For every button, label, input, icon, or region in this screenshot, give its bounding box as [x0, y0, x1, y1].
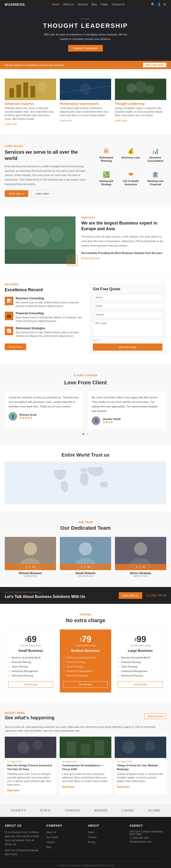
news-grid: 25 August 2019 How Our Design Process Ev… — [5, 737, 166, 794]
ticker-text: We are experts in consulting services an… — [5, 64, 64, 66]
about-section: SERVICES We are the largest Business exp… — [0, 207, 171, 273]
news-read-2[interactable]: Read more — [117, 785, 130, 788]
news-section: RECENT NEWS See what's happening View al… — [0, 702, 171, 804]
ticker-bar: We are experts in consulting services an… — [0, 61, 171, 69]
footer: ABOUT US Et non hendrerit enim, in effic… — [0, 817, 171, 868]
saving-icon: 💹 — [97, 171, 116, 178]
decorative-dots — [67, 255, 78, 267]
team-photo-1: f t in — [60, 537, 111, 570]
nav-blog[interactable]: Blog — [92, 3, 97, 6]
about-content: SERVICES We are the largest Business exp… — [81, 216, 166, 260]
plan-btn-2[interactable]: Get this plan — [118, 681, 163, 688]
linkedin-icon-0[interactable]: in — [33, 565, 35, 569]
footer-link-home[interactable]: Home — [88, 831, 94, 834]
hero-cta-button[interactable]: Request Consultation — [68, 45, 103, 52]
nav-home[interactable]: Home — [52, 3, 59, 6]
facebook-icon-2[interactable]: f — [136, 565, 137, 569]
footer-link-pricing[interactable]: Pricing — [88, 841, 95, 843]
testimonial-stars-1: ★★★★ — [103, 421, 121, 424]
health-icon: ❤ — [122, 171, 140, 178]
twitter-icon-1[interactable]: t — [84, 565, 85, 569]
quote-email-input[interactable] — [93, 303, 163, 309]
svg-rect-3 — [24, 83, 28, 98]
news-body-0: 25 August 2019 How Our Design Process Ev… — [5, 758, 56, 794]
news-read-1[interactable]: Read more — [62, 785, 74, 788]
send-message-button[interactable]: Send Message — [93, 343, 163, 351]
user-icon[interactable]: 👤 — [157, 3, 161, 6]
footer-link-careers[interactable]: Careers — [46, 841, 55, 843]
nav-pages[interactable]: Pages — [100, 3, 108, 6]
cta-work-button[interactable]: Work With Us — [119, 592, 142, 599]
read-more-button[interactable]: Read more — [5, 343, 26, 350]
team-member-0: f t in Richard Branson MARKETING — [5, 537, 56, 578]
nav-about[interactable]: About Us — [63, 3, 74, 6]
copyright-text: © 2019 Your Company. Designway WordPress… — [57, 864, 114, 867]
about-tag: SERVICES — [81, 216, 166, 219]
search-icon[interactable]: 🔍 — [151, 3, 155, 6]
testimonials-section: CLIENT & PRAISE Love From Client I loved… — [0, 364, 171, 445]
nav-services[interactable]: Services — [78, 3, 88, 6]
ticker-quote-button[interactable]: Edit a free quote — [143, 63, 166, 67]
footer-link-people[interactable]: Our People — [46, 836, 59, 839]
price-num-1: 79 — [82, 634, 91, 644]
nav-contact[interactable]: Contact Us — [112, 3, 125, 6]
svg-point-5 — [37, 83, 46, 92]
news-date-1: 25 August 2019 — [62, 761, 109, 763]
quote-name-input[interactable] — [93, 294, 163, 301]
services-work-button[interactable]: Work with us — [5, 190, 28, 197]
plan-feature-1-2: Taxes Planning — [63, 664, 108, 669]
svg-point-41 — [145, 741, 155, 751]
partners-list: CHARITY EYE'S CONCUN BRIDGE LISION GLOBE — [5, 809, 166, 812]
plan-feature-0-3: Investment Management — [8, 669, 53, 674]
team-photo-0: f t in — [5, 537, 56, 570]
feature-learn-1[interactable]: Learn more — [60, 119, 72, 122]
news-read-0[interactable]: Read more — [7, 789, 20, 792]
facebook-icon-1[interactable]: f — [81, 565, 82, 569]
testimonials-title: Love From Client — [5, 380, 166, 386]
linkedin-icon-2[interactable]: in — [143, 565, 145, 569]
twitter-icon-0[interactable]: t — [29, 565, 30, 569]
about-subtext: Successfully Providing the Best Business… — [81, 252, 166, 254]
menu-icon[interactable]: ☰ — [163, 3, 166, 6]
news-card-0: 25 August 2019 How Our Design Process Ev… — [5, 737, 56, 794]
news-image-2 — [115, 737, 166, 758]
testimonial-info-0: Richard Scott ★★★★★ — [20, 413, 37, 420]
dot-active[interactable] — [82, 433, 84, 435]
plan-name-0: Small Business — [8, 649, 53, 653]
view-all-posts[interactable]: View all posts — [144, 713, 166, 719]
news-body-2: 25 August 2019 Things to Know for Your W… — [115, 758, 166, 791]
feature-learn-2[interactable]: Learn more — [115, 119, 127, 122]
plan-feature-0-1: Financial Planning — [8, 660, 53, 664]
footer-link-courses[interactable]: Courses — [88, 836, 97, 839]
plan-btn-0[interactable]: Get this plan — [8, 681, 53, 688]
service-name-5: Banking and Financial — [146, 179, 165, 186]
quote-message-input[interactable] — [93, 320, 163, 336]
svg-rect-37 — [81, 744, 90, 755]
brand-dot: . — [25, 3, 26, 6]
facebook-icon-0[interactable]: f — [26, 565, 27, 569]
carousel-dots — [5, 432, 166, 436]
quote-subject-input[interactable] — [93, 311, 163, 318]
world-map — [5, 462, 166, 504]
twitter-icon-2[interactable]: t — [139, 565, 140, 569]
footer-contact-email: hello@company.com — [130, 840, 166, 843]
footer-link-about[interactable]: About Us — [46, 831, 56, 834]
testimonial-name-0: Richard Scott — [20, 413, 37, 416]
record-icon-2: 📈 — [5, 327, 13, 335]
linkedin-icon-1[interactable]: in — [88, 565, 90, 569]
price-num-2: 99 — [137, 634, 146, 644]
about-link[interactable]: Know more info — [81, 257, 99, 260]
testimonials-tag: CLIENT & PRAISE — [5, 373, 166, 378]
footer-link-blog[interactable]: Blog — [46, 846, 51, 848]
service-saving: 💹 Saving and Strategy — [96, 168, 117, 189]
price-period-0: / month billed yearly — [8, 644, 53, 647]
feature-learn-0[interactable]: Learn more — [5, 123, 17, 125]
news-article-title-2: Things to Know for Your Website Redesign — [117, 764, 164, 771]
plan-btn-1[interactable]: Get this plan — [63, 681, 108, 688]
record-content-1: Financial Consulting Etiam laoreet justo… — [16, 312, 82, 323]
svg-point-24 — [24, 542, 37, 555]
price-num-0: 69 — [27, 634, 37, 644]
cta-title: Let's Talk About Business Solutions With… — [5, 595, 85, 599]
services-learn-button[interactable]: Learn more — [31, 190, 53, 197]
dot-inactive[interactable] — [87, 433, 89, 435]
